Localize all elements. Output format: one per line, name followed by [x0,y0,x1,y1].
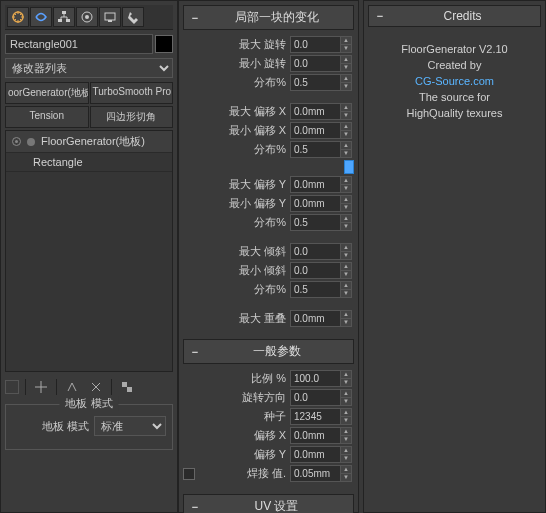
spinner-down[interactable]: ▼ [341,379,351,386]
modifier-btn-floorgen[interactable]: oorGenerator(地板 [5,82,89,104]
spinner-input[interactable] [290,195,340,212]
modifier-btn-tension[interactable]: Tension [5,106,89,128]
spinner-down[interactable]: ▼ [341,252,351,259]
spinner[interactable]: ▲▼ [290,214,354,231]
tab-utilities-icon[interactable] [122,7,144,27]
tab-create-icon[interactable] [7,7,29,27]
spinner-input[interactable] [290,262,340,279]
rollout-general[interactable]: − 一般参数 [183,339,354,364]
tab-modify-icon[interactable] [30,7,52,27]
bulb-icon[interactable] [27,138,35,146]
spinner-up[interactable]: ▲ [341,447,351,455]
spinner-input[interactable] [290,122,340,139]
spinner-down[interactable]: ▼ [341,83,351,90]
spinner-up[interactable]: ▲ [341,282,351,290]
modifier-list-dropdown[interactable]: 修改器列表 [5,58,173,78]
tab-motion-icon[interactable] [76,7,98,27]
spinner-down[interactable]: ▼ [341,45,351,52]
spinner[interactable]: ▲▼ [290,55,354,72]
pin-stack-button[interactable] [5,380,19,394]
rollout-credits[interactable]: − Credits [368,5,541,27]
spinner-input[interactable] [290,36,340,53]
spinner-up[interactable]: ▲ [341,123,351,131]
tab-hierarchy-icon[interactable] [53,7,75,27]
checkbox[interactable] [183,468,195,480]
credit-line[interactable]: CG-Source.com [374,75,535,87]
spinner-input[interactable] [290,141,340,158]
spinner[interactable]: ▲▼ [290,243,354,260]
spinner-up[interactable]: ▲ [341,466,351,474]
modifier-btn-turbosmooth[interactable]: TurboSmooth Pro [90,82,174,104]
spinner-up[interactable]: ▲ [341,311,351,319]
floor-mode-dropdown[interactable]: 标准 [94,416,166,436]
make-unique-icon[interactable] [63,378,81,396]
lock-icon[interactable] [344,160,354,174]
spinner[interactable]: ▲▼ [290,310,354,327]
object-color-swatch[interactable] [155,35,173,53]
spinner-up[interactable]: ▲ [341,244,351,252]
spinner-up[interactable]: ▲ [341,409,351,417]
spinner-up[interactable]: ▲ [341,142,351,150]
spinner-down[interactable]: ▼ [341,417,351,424]
stack-item-floorgen[interactable]: FloorGenerator(地板) [6,131,172,153]
spinner[interactable]: ▲▼ [290,389,354,406]
spinner-input[interactable] [290,281,340,298]
tab-display-icon[interactable] [99,7,121,27]
spinner[interactable]: ▲▼ [290,446,354,463]
show-end-result-icon[interactable] [32,378,50,396]
spinner[interactable]: ▲▼ [290,370,354,387]
spinner-down[interactable]: ▼ [341,455,351,462]
spinner-input[interactable] [290,214,340,231]
spinner-up[interactable]: ▲ [341,177,351,185]
spinner[interactable]: ▲▼ [290,195,354,212]
rollout-uv[interactable]: − UV 设置 [183,494,354,513]
spinner-input[interactable] [290,74,340,91]
spinner-up[interactable]: ▲ [341,196,351,204]
spinner[interactable]: ▲▼ [290,74,354,91]
spinner[interactable]: ▲▼ [290,408,354,425]
spinner-down[interactable]: ▼ [341,319,351,326]
stack-item-rectangle[interactable]: Rectangle [6,153,172,172]
spinner-input[interactable] [290,408,340,425]
spinner-up[interactable]: ▲ [341,428,351,436]
spinner-up[interactable]: ▲ [341,104,351,112]
rollout-variation[interactable]: − 局部一块的变化 [183,5,354,30]
spinner-input[interactable] [290,55,340,72]
spinner-input[interactable] [290,446,340,463]
spinner-down[interactable]: ▼ [341,436,351,443]
spinner-down[interactable]: ▼ [341,150,351,157]
spinner[interactable]: ▲▼ [290,281,354,298]
spinner-up[interactable]: ▲ [341,75,351,83]
spinner-up[interactable]: ▲ [341,371,351,379]
spinner[interactable]: ▲▼ [290,103,354,120]
spinner-input[interactable] [290,427,340,444]
spinner[interactable]: ▲▼ [290,36,354,53]
spinner-input[interactable] [290,465,340,482]
spinner[interactable]: ▲▼ [290,122,354,139]
spinner-down[interactable]: ▼ [341,290,351,297]
spinner-input[interactable] [290,243,340,260]
spinner-up[interactable]: ▲ [341,215,351,223]
spinner-input[interactable] [290,176,340,193]
configure-sets-icon[interactable] [118,378,136,396]
spinner-down[interactable]: ▼ [341,223,351,230]
spinner[interactable]: ▲▼ [290,262,354,279]
spinner-input[interactable] [290,103,340,120]
spinner-up[interactable]: ▲ [341,390,351,398]
spinner[interactable]: ▲▼ [290,465,354,482]
remove-modifier-icon[interactable] [87,378,105,396]
spinner-up[interactable]: ▲ [341,263,351,271]
spinner-input[interactable] [290,370,340,387]
spinner-input[interactable] [290,310,340,327]
modifier-btn-quadchamfer[interactable]: 四边形切角 [90,106,174,128]
spinner-up[interactable]: ▲ [341,56,351,64]
spinner-down[interactable]: ▼ [341,64,351,71]
eye-icon[interactable] [12,137,21,146]
modifier-stack[interactable]: FloorGenerator(地板) Rectangle [5,130,173,372]
spinner[interactable]: ▲▼ [290,176,354,193]
spinner-up[interactable]: ▲ [341,37,351,45]
spinner-down[interactable]: ▼ [341,112,351,119]
spinner-input[interactable] [290,389,340,406]
spinner-down[interactable]: ▼ [341,398,351,405]
spinner-down[interactable]: ▼ [341,271,351,278]
